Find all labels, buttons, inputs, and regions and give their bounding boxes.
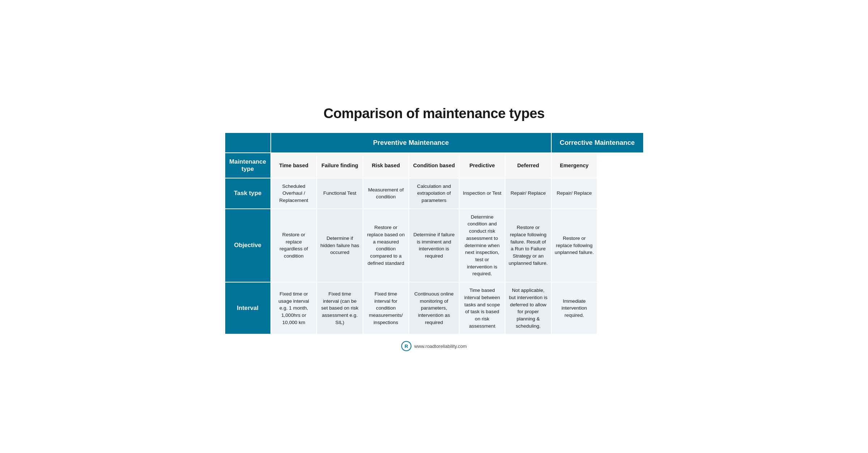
interval-predictive: Time based interval between tasks and sc… (459, 282, 505, 334)
task-type-emergency: Repair/ Replace (551, 178, 597, 209)
objective-emergency: Restore or replace following unplanned f… (551, 209, 597, 282)
task-type-condition-based: Calculation and extrapolation of paramet… (409, 178, 459, 209)
preventive-header: Preventive Maintenance (271, 133, 551, 153)
interval-time-based: Fixed time or usage interval e.g. 1 mont… (271, 282, 317, 334)
objective-deferred: Restore or replace following failure. Re… (505, 209, 551, 282)
objective-failure-finding: Determine if hidden failure has occurred (317, 209, 363, 282)
task-type-predictive: Inspection or Test (459, 178, 505, 209)
objective-time-based: Restore or replace regardless of conditi… (271, 209, 317, 282)
interval-label: Interval (225, 282, 271, 334)
objective-predictive: Determine condition and conduct risk ass… (459, 209, 505, 282)
objective-label: Objective (225, 209, 271, 282)
interval-emergency: Immediate intervention required. (551, 282, 597, 334)
brand-logo: R (401, 341, 411, 351)
objective-row: Objective Restore or replace regardless … (225, 209, 643, 282)
sub-header-failure-finding: Failure finding (317, 153, 363, 178)
corrective-header: Corrective Maintenance (551, 133, 643, 153)
page-wrapper: Comparison of maintenance types Preventi… (217, 95, 651, 359)
task-type-label: Task type (225, 178, 271, 209)
sub-header-condition-based: Condition based (409, 153, 459, 178)
interval-failure-finding: Fixed time interval (can be set based on… (317, 282, 363, 334)
page-title: Comparison of maintenance types (225, 105, 644, 121)
sub-header-emergency: Emergency (551, 153, 597, 178)
task-type-row: Task type Scheduled Overhaul / Replaceme… (225, 178, 643, 209)
maintenance-type-label (225, 133, 271, 153)
interval-risk-based: Fixed time interval for condition measur… (363, 282, 409, 334)
maintenance-type-header: Maintenance type (225, 153, 271, 178)
sub-header-deferred: Deferred (505, 153, 551, 178)
sub-header-row: Maintenance type Time based Failure find… (225, 153, 643, 178)
interval-condition-based: Continuous online monitoring of paramete… (409, 282, 459, 334)
sub-header-predictive: Predictive (459, 153, 505, 178)
sub-header-time-based: Time based (271, 153, 317, 178)
task-type-risk-based: Measurement of condition (363, 178, 409, 209)
comparison-table: Preventive Maintenance Corrective Mainte… (225, 132, 644, 335)
interval-deferred: Not applicable, but intervention is defe… (505, 282, 551, 334)
objective-condition-based: Determine if failure is imminent and int… (409, 209, 459, 282)
footer-url: www.roadtoreliability.com (414, 344, 467, 349)
interval-row: Interval Fixed time or usage interval e.… (225, 282, 643, 334)
objective-risk-based: Restore or replace based on a measured c… (363, 209, 409, 282)
header-row: Preventive Maintenance Corrective Mainte… (225, 133, 643, 153)
task-type-time-based: Scheduled Overhaul / Replacement (271, 178, 317, 209)
task-type-deferred: Repair/ Replace (505, 178, 551, 209)
task-type-failure-finding: Functional Test (317, 178, 363, 209)
sub-header-risk-based: Risk based (363, 153, 409, 178)
footer: R www.roadtoreliability.com (225, 341, 644, 351)
